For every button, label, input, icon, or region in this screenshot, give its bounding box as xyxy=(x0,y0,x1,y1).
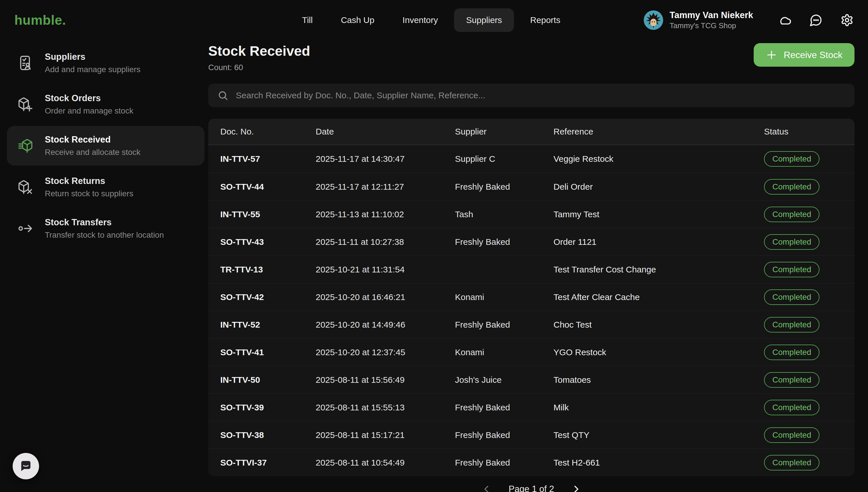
cell-supplier: Tash xyxy=(455,210,554,219)
table-row[interactable]: IN-TTV-50 2025-08-11 at 15:56:49 Josh's … xyxy=(208,366,854,393)
receive-stock-button-label: Receive Stock xyxy=(784,50,842,60)
next-page-button[interactable] xyxy=(569,483,583,492)
cell-reference: Test QTY xyxy=(554,430,764,440)
status-badge: Completed xyxy=(764,206,819,222)
avatar xyxy=(644,10,663,30)
sidebar-item-suppliers[interactable]: Suppliers Add and manage suppliers xyxy=(7,43,205,83)
cell-supplier: Konami xyxy=(455,292,554,302)
cell-reference: Choc Test xyxy=(554,320,764,329)
cell-doc-no: SO-TTV-39 xyxy=(220,403,316,412)
sidebar-item-stock-received[interactable]: Stock Received Receive and allocate stoc… xyxy=(7,126,205,166)
status-badge: Completed xyxy=(764,427,819,443)
chat-icon[interactable] xyxy=(810,14,823,27)
table-row[interactable]: SO-TTVI-37 2025-08-11 at 10:54:49 Freshl… xyxy=(208,449,854,476)
cell-status: Completed xyxy=(764,317,854,333)
receive-stock-button[interactable]: Receive Stock xyxy=(754,43,854,67)
nav-item-reports[interactable]: Reports xyxy=(518,8,572,32)
cell-status: Completed xyxy=(764,427,854,443)
pagination: Page 1 of 2 xyxy=(208,483,854,492)
user-text: Tammy Van Niekerk Tammy's TCG Shop xyxy=(669,10,753,30)
column-status: Status xyxy=(764,127,854,137)
cell-reference: Tomatoes xyxy=(554,375,764,385)
cell-doc-no: IN-TTV-52 xyxy=(220,320,316,329)
cell-status: Completed xyxy=(764,400,854,415)
page-title: Stock Received xyxy=(208,43,310,59)
status-badge: Completed xyxy=(764,317,819,333)
cell-date: 2025-08-11 at 15:17:21 xyxy=(316,430,455,440)
status-badge: Completed xyxy=(764,372,819,388)
avatar-image xyxy=(644,10,663,30)
main-content: Stock Received Count: 60 Receive Stock D… xyxy=(208,40,854,492)
cell-doc-no: SO-TTV-42 xyxy=(220,292,316,302)
table-row[interactable]: IN-TTV-52 2025-10-20 at 14:49:46 Freshly… xyxy=(208,311,854,338)
search-input[interactable] xyxy=(236,91,845,100)
previous-page-button[interactable] xyxy=(480,483,493,492)
cell-supplier: Josh's Juice xyxy=(455,375,554,385)
table-row[interactable]: SO-TTV-38 2025-08-11 at 15:17:21 Freshly… xyxy=(208,421,854,449)
column-supplier: Supplier xyxy=(455,127,554,137)
app-root: humble. Till Cash Up Inventory Suppliers… xyxy=(0,0,868,492)
cell-supplier: Konami xyxy=(455,347,554,357)
cell-date: 2025-11-17 at 12:11:27 xyxy=(316,182,455,192)
nav-item-till[interactable]: Till xyxy=(290,8,325,32)
topbar: humble. Till Cash Up Inventory Suppliers… xyxy=(0,0,868,40)
chevron-left-icon xyxy=(482,484,491,492)
top-navigation: Till Cash Up Inventory Suppliers Reports xyxy=(290,0,572,40)
sidebar-item-title: Stock Returns xyxy=(45,176,133,186)
table-row[interactable]: IN-TTV-57 2025-11-17 at 14:30:47 Supplie… xyxy=(208,145,854,173)
table-row[interactable]: SO-TTV-41 2025-10-20 at 12:37:45 Konami … xyxy=(208,338,854,366)
cell-status: Completed xyxy=(764,206,854,222)
cell-status: Completed xyxy=(764,289,854,305)
cell-date: 2025-11-13 at 11:10:02 xyxy=(316,210,455,219)
sidebar-item-title: Stock Transfers xyxy=(45,217,164,228)
user-name: Tammy Van Niekerk xyxy=(669,10,753,20)
cell-doc-no: IN-TTV-50 xyxy=(220,375,316,385)
user-org: Tammy's TCG Shop xyxy=(669,21,753,30)
status-badge: Completed xyxy=(764,151,819,167)
cell-doc-no: IN-TTV-57 xyxy=(220,154,316,164)
cell-reference: Test After Clear Cache xyxy=(554,292,764,302)
table-header: Doc. No. Date Supplier Reference Status xyxy=(208,119,854,145)
cloud-sync-icon[interactable] xyxy=(778,14,792,27)
cell-status: Completed xyxy=(764,345,854,360)
nav-item-inventory[interactable]: Inventory xyxy=(390,8,450,32)
sidebar-item-text: Stock Transfers Transfer stock to anothe… xyxy=(45,217,164,240)
sidebar-item-stock-orders[interactable]: Stock Orders Order and manage stock xyxy=(7,84,205,124)
status-badge: Completed xyxy=(764,345,819,360)
sidebar-item-title: Stock Orders xyxy=(45,93,133,103)
status-badge: Completed xyxy=(764,455,819,470)
cell-reference: YGO Restock xyxy=(554,347,764,357)
cell-doc-no: SO-TTV-41 xyxy=(220,347,316,357)
nav-item-suppliers[interactable]: Suppliers xyxy=(454,8,514,32)
cell-reference: Test Transfer Cost Change xyxy=(554,265,764,274)
table-row[interactable]: SO-TTV-42 2025-10-20 at 16:46:21 Konami … xyxy=(208,283,854,311)
box-receive-icon xyxy=(17,138,34,154)
cell-reference: Deli Order xyxy=(554,182,764,192)
topbar-right: Tammy Van Niekerk Tammy's TCG Shop xyxy=(644,10,853,30)
sidebar-item-stock-returns[interactable]: Stock Returns Return stock to suppliers xyxy=(7,167,205,207)
cell-date: 2025-10-20 at 14:49:46 xyxy=(316,320,455,329)
search-icon xyxy=(218,90,228,101)
sidebar-item-subtitle: Transfer stock to another location xyxy=(45,230,164,240)
table-row[interactable]: SO-TTV-43 2025-11-11 at 10:27:38 Freshly… xyxy=(208,228,854,255)
table-row[interactable]: TR-TTV-13 2025-10-21 at 11:31:54 Test Tr… xyxy=(208,255,854,283)
cell-reference: Test H2-661 xyxy=(554,458,764,468)
plus-icon xyxy=(766,49,777,60)
sidebar-item-subtitle: Receive and allocate stock xyxy=(45,148,141,157)
status-badge: Completed xyxy=(764,234,819,250)
cell-doc-no: IN-TTV-55 xyxy=(220,210,316,219)
table-row[interactable]: IN-TTV-55 2025-11-13 at 11:10:02 Tash Ta… xyxy=(208,200,854,228)
user-menu[interactable]: Tammy Van Niekerk Tammy's TCG Shop xyxy=(644,10,753,30)
cell-supplier: Freshly Baked xyxy=(455,430,554,440)
table-row[interactable]: SO-TTV-39 2025-08-11 at 15:55:13 Freshly… xyxy=(208,393,854,421)
cell-doc-no: SO-TTV-43 xyxy=(220,237,316,247)
support-chat-launcher[interactable] xyxy=(12,453,39,479)
table-row[interactable]: SO-TTV-44 2025-11-17 at 12:11:27 Freshly… xyxy=(208,173,854,200)
cell-date: 2025-10-20 at 12:37:45 xyxy=(316,347,455,357)
cell-date: 2025-10-20 at 16:46:21 xyxy=(316,292,455,302)
sidebar-item-text: Stock Returns Return stock to suppliers xyxy=(45,176,133,198)
settings-icon[interactable] xyxy=(840,14,853,27)
nav-item-cash-up[interactable]: Cash Up xyxy=(329,8,387,32)
sidebar-item-text: Suppliers Add and manage suppliers xyxy=(45,52,141,74)
sidebar-item-stock-transfers[interactable]: Stock Transfers Transfer stock to anothe… xyxy=(7,208,205,248)
